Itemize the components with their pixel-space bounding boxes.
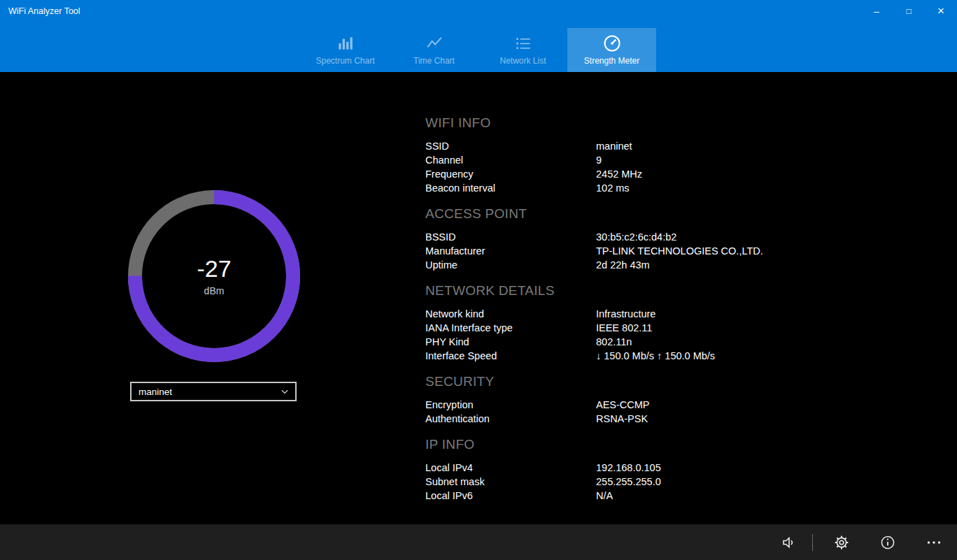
info-row: Network kindInfrastructure bbox=[425, 307, 845, 321]
info-value: Infrastructure bbox=[596, 307, 845, 321]
info-row: Interface Speed↓ 150.0 Mb/s ↑ 150.0 Mb/s bbox=[425, 349, 845, 363]
info-icon[interactable] bbox=[870, 526, 905, 559]
tab-spectrum-chart[interactable]: Spectrum Chart bbox=[301, 28, 390, 72]
ellipsis-icon[interactable] bbox=[916, 526, 951, 559]
settings-gear-icon[interactable] bbox=[824, 526, 859, 559]
statusbar bbox=[0, 524, 957, 560]
info-row: IANA Interface typeIEEE 802.11 bbox=[425, 321, 845, 335]
info-row: Frequency2452 MHz bbox=[425, 167, 845, 181]
info-value: 802.11n bbox=[596, 335, 845, 349]
info-value: AES-CCMP bbox=[596, 398, 845, 412]
tab-label: Strength Meter bbox=[584, 56, 639, 66]
nav-tabs: Spectrum ChartTime ChartNetwork ListStre… bbox=[301, 28, 656, 72]
info-value: 9 bbox=[596, 153, 845, 167]
info-row: PHY Kind802.11n bbox=[425, 335, 845, 349]
info-section: NETWORK DETAILSNetwork kindInfrastructur… bbox=[425, 283, 845, 363]
statusbar-divider bbox=[812, 534, 813, 551]
info-label: Authentication bbox=[425, 412, 596, 426]
info-row: AuthenticationRSNA-PSK bbox=[425, 412, 845, 426]
main-content: -27 dBm maninet WIFI INFOSSIDmaninetChan… bbox=[0, 72, 957, 524]
bar-chart-icon bbox=[336, 33, 355, 54]
tab-network-list[interactable]: Network List bbox=[478, 28, 567, 72]
info-label: Subnet mask bbox=[425, 475, 596, 489]
app-window: WiFi Analyzer Tool Spectrum ChartTime Ch… bbox=[0, 0, 957, 560]
info-label: PHY Kind bbox=[425, 335, 596, 349]
line-chart-icon bbox=[425, 33, 444, 54]
volume-icon[interactable] bbox=[772, 526, 807, 559]
info-value: 30:b5:c2:6c:d4:b2 bbox=[596, 230, 845, 244]
tab-label: Network List bbox=[499, 56, 546, 66]
info-value: 2d 22h 43m bbox=[596, 258, 845, 272]
gauge-icon bbox=[602, 33, 622, 54]
section-heading: NETWORK DETAILS bbox=[425, 283, 845, 299]
info-label: Frequency bbox=[425, 167, 596, 181]
network-selector[interactable]: maninet bbox=[130, 382, 297, 401]
info-value: 2452 MHz bbox=[596, 167, 845, 181]
info-value: IEEE 802.11 bbox=[596, 321, 845, 335]
titlebar: WiFi Analyzer Tool Spectrum ChartTime Ch… bbox=[0, 0, 957, 72]
gauge-ring-icon bbox=[128, 190, 300, 362]
info-label: Network kind bbox=[425, 307, 596, 321]
window-title: WiFi Analyzer Tool bbox=[8, 6, 80, 16]
info-value: 192.168.0.105 bbox=[596, 461, 845, 475]
chevron-down-icon bbox=[280, 387, 290, 396]
info-row: Uptime2d 22h 43m bbox=[425, 258, 845, 272]
section-heading: ACCESS POINT bbox=[425, 206, 845, 222]
info-label: Beacon interval bbox=[425, 181, 596, 195]
info-section: IP INFOLocal IPv4192.168.0.105Subnet mas… bbox=[425, 437, 845, 503]
list-icon bbox=[514, 33, 532, 54]
info-section: ACCESS POINTBSSID30:b5:c2:6c:d4:b2Manufa… bbox=[425, 206, 845, 272]
signal-strength-gauge: -27 dBm bbox=[128, 190, 300, 362]
network-selector-value: maninet bbox=[139, 387, 172, 397]
info-label: Encryption bbox=[425, 398, 596, 412]
info-value: 102 ms bbox=[596, 181, 845, 195]
info-row: Subnet mask255.255.255.0 bbox=[425, 475, 845, 489]
info-row: Local IPv6N/A bbox=[425, 489, 845, 503]
info-value: maninet bbox=[596, 139, 845, 153]
info-label: IANA Interface type bbox=[425, 321, 596, 335]
info-row: BSSID30:b5:c2:6c:d4:b2 bbox=[425, 230, 845, 244]
info-value: N/A bbox=[596, 489, 845, 503]
info-label: Uptime bbox=[425, 258, 596, 272]
info-label: Local IPv4 bbox=[425, 461, 596, 475]
section-heading: WIFI INFO bbox=[425, 115, 845, 131]
info-label: Channel bbox=[425, 153, 596, 167]
close-button[interactable]: × bbox=[925, 0, 957, 22]
info-label: SSID bbox=[425, 139, 596, 153]
info-value: 255.255.255.0 bbox=[596, 475, 845, 489]
info-row: ManufacturerTP-LINK TECHNOLOGIES CO.,LTD… bbox=[425, 244, 845, 258]
tab-label: Time Chart bbox=[413, 56, 455, 66]
maximize-button[interactable]: □ bbox=[893, 0, 925, 22]
section-heading: SECURITY bbox=[425, 374, 845, 389]
tab-time-chart[interactable]: Time Chart bbox=[390, 28, 478, 72]
info-label: Manufacturer bbox=[425, 244, 596, 258]
tab-strength-meter[interactable]: Strength Meter bbox=[567, 28, 656, 72]
info-panel: WIFI INFOSSIDmaninetChannel9Frequency245… bbox=[425, 115, 845, 503]
info-row: Local IPv4192.168.0.105 bbox=[425, 461, 845, 475]
info-value: ↓ 150.0 Mb/s ↑ 150.0 Mb/s bbox=[596, 349, 845, 363]
info-label: BSSID bbox=[425, 230, 596, 244]
info-label: Interface Speed bbox=[425, 349, 596, 363]
info-section: SECURITYEncryptionAES-CCMPAuthentication… bbox=[425, 374, 845, 426]
tab-label: Spectrum Chart bbox=[316, 56, 374, 66]
info-row: Beacon interval102 ms bbox=[425, 181, 845, 195]
minimize-button[interactable]: – bbox=[860, 0, 893, 22]
info-label: Local IPv6 bbox=[425, 489, 596, 503]
info-value: TP-LINK TECHNOLOGIES CO.,LTD. bbox=[596, 244, 845, 258]
info-section: WIFI INFOSSIDmaninetChannel9Frequency245… bbox=[425, 115, 845, 195]
info-row: SSIDmaninet bbox=[425, 139, 845, 153]
section-heading: IP INFO bbox=[425, 437, 845, 452]
window-controls: – □ × bbox=[860, 0, 957, 22]
info-row: Channel9 bbox=[425, 153, 845, 167]
info-row: EncryptionAES-CCMP bbox=[425, 398, 845, 412]
info-value: RSNA-PSK bbox=[596, 412, 845, 426]
